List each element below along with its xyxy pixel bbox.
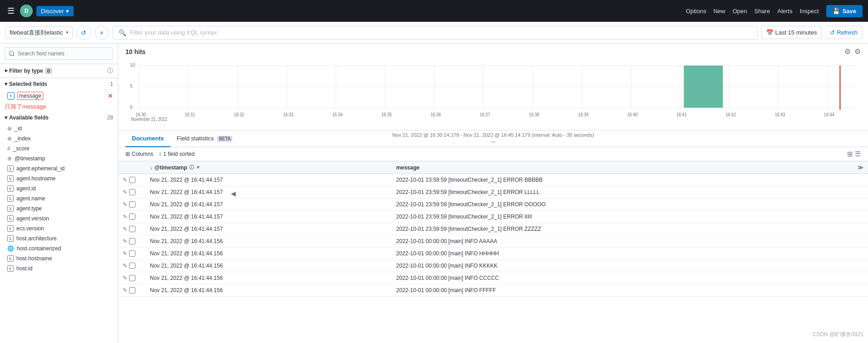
inspect-link[interactable]: Inspect (800, 8, 819, 15)
list-item[interactable]: k agent.type + (0, 204, 118, 214)
field-item-left: k host.hostname (7, 255, 52, 262)
hits-bar: 10 hits ⚙ ⚙ (118, 44, 868, 58)
svg-text:16:40: 16:40 (627, 112, 638, 117)
alerts-link[interactable]: Alerts (777, 8, 792, 15)
save-button[interactable]: 💾 Save (826, 5, 863, 17)
share-link[interactable]: Share (754, 8, 770, 15)
col-header-message: message ≫ (392, 161, 868, 174)
field-type-icon: k (7, 225, 14, 232)
row-controls-cell: ✎ (118, 260, 145, 272)
col-header-timestamp[interactable]: ↓ @timestamp ⓘ ▾ (145, 161, 392, 174)
options-link[interactable]: Options (686, 8, 706, 15)
timestamp-cell: Nov 21, 2022 @ 16:41:44.157 (145, 211, 392, 223)
selected-fields-text: Selected fields (9, 81, 47, 87)
list-item[interactable]: k agent.name + (0, 194, 118, 204)
row-controls-cell: ✎ (118, 248, 145, 260)
field-item-left: k host.id (7, 265, 32, 272)
expand-row-icon[interactable]: ✎ (123, 201, 127, 208)
settings-icon[interactable]: ⚙ (844, 47, 851, 56)
data-table: ↓ @timestamp ⓘ ▾ message ≫ (118, 161, 868, 297)
row-checkbox[interactable] (129, 214, 135, 220)
list-item[interactable]: 🌐 host.containerized + (0, 244, 118, 254)
selected-fields-label-group: ▾ Selected fields (5, 81, 47, 87)
row-checkbox[interactable] (129, 226, 135, 232)
list-item[interactable]: k agent.id + (0, 184, 118, 194)
row-controls: ✎ (123, 238, 141, 244)
row-checkbox[interactable] (129, 177, 135, 183)
svg-text:16:32: 16:32 (234, 112, 244, 117)
list-item[interactable]: # _score + (0, 144, 118, 154)
field-item-left: ⊕ _index (7, 135, 30, 142)
expand-row-icon[interactable]: ✎ (123, 177, 127, 183)
selected-field-message[interactable]: t message ✕ (0, 90, 118, 102)
columns-button[interactable]: ⊞ Columns (125, 151, 153, 157)
sort-button[interactable]: ↕ 1 field sorted (159, 151, 195, 157)
row-checkbox[interactable] (129, 287, 135, 293)
row-checkbox[interactable] (129, 275, 135, 281)
available-fields-header[interactable]: ▾ Available fields 28 (0, 112, 118, 124)
table-row: ✎ Nov 21, 2022 @ 16:41:44.156 2022-10-01… (118, 260, 868, 272)
col-expand-icon[interactable]: ≫ (858, 164, 863, 171)
field-type-icon: k (7, 185, 14, 192)
expand-row-icon[interactable]: ✎ (123, 287, 127, 293)
list-item[interactable]: k agent.version + (0, 214, 118, 224)
list-view-icon[interactable]: ☰ (855, 150, 861, 158)
refresh-spin-icon: ↺ (830, 29, 835, 36)
list-item[interactable]: k agent.ephemeral_id + (0, 164, 118, 174)
discover-button[interactable]: Discover ▾ (36, 6, 74, 16)
table-controls-left: ⊞ Columns ↕ 1 field sorted (125, 151, 195, 157)
grid-view-icon[interactable]: ⊞ (847, 150, 853, 158)
row-checkbox[interactable] (129, 263, 135, 269)
row-checkbox[interactable] (129, 189, 135, 195)
row-controls-cell: ✎ (118, 199, 145, 211)
refresh-icon-button[interactable]: ↺ (76, 25, 91, 40)
gear-icon[interactable]: ⚙ (854, 47, 861, 56)
list-item[interactable]: ⊕ _index + (0, 134, 118, 144)
expand-row-icon[interactable]: ✎ (123, 263, 127, 269)
sort-icon: ↕ (159, 151, 161, 157)
chart-expand-handle[interactable]: — (125, 139, 861, 144)
svg-text:0: 0 (130, 104, 133, 110)
kql-search-bar[interactable]: 🔍 Filter your data using KQL syntax (113, 26, 758, 40)
refresh-button[interactable]: ↺ Refresh (825, 26, 863, 39)
field-type-badge-t: t (7, 92, 15, 99)
remove-field-icon[interactable]: ✕ (108, 92, 113, 99)
timestamp-cell: Nov 21, 2022 @ 16:41:44.157 (145, 186, 392, 199)
row-checkbox[interactable] (129, 238, 135, 244)
expand-row-icon[interactable]: ✎ (123, 226, 127, 232)
message-cell: 2022-10-01 00:00:00 [main] INFO HHHHH (392, 248, 868, 260)
filter-info-icon[interactable]: ⓘ (107, 67, 113, 75)
sidebar-collapse-handle[interactable]: ◀ (231, 190, 236, 197)
list-item[interactable]: k ecs.version + (0, 224, 118, 234)
list-item[interactable]: k host.architecture + (0, 234, 118, 244)
add-filter-button[interactable]: + (95, 25, 109, 40)
field-name: host.id (16, 265, 32, 272)
field-item-left: k agent.name (7, 195, 45, 202)
expand-row-icon[interactable]: ✎ (123, 250, 127, 257)
field-name: agent.type (16, 205, 42, 212)
filter-by-type-row[interactable]: ▾ Filter by type 0 ⓘ (0, 64, 118, 78)
expand-row-icon[interactable]: ✎ (123, 189, 127, 195)
ts-info-icon: ⓘ (189, 164, 194, 171)
search-field-names-input[interactable] (5, 47, 113, 60)
time-range-button[interactable]: 📅 Last 15 minutes (761, 26, 822, 39)
new-link[interactable]: New (713, 8, 725, 15)
ts-chevron-icon[interactable]: ▾ (197, 164, 200, 170)
list-item[interactable]: k agent.hostname + (0, 174, 118, 184)
time-range-label: Last 15 minutes (775, 29, 817, 36)
list-item[interactable]: ⊕ _id + (0, 124, 118, 134)
index-selector[interactable]: filebeat直接到elastic ▾ (5, 26, 73, 39)
expand-row-icon[interactable]: ✎ (123, 214, 127, 220)
list-item[interactable]: k host.id + (0, 263, 118, 273)
list-item[interactable]: ⊕ @timestamp + (0, 154, 118, 164)
row-controls: ✎ (123, 177, 141, 183)
hamburger-menu-icon[interactable]: ☰ (5, 4, 16, 18)
selected-fields-header[interactable]: ▾ Selected fields 1 (0, 78, 118, 90)
refresh-label: Refresh (837, 29, 858, 36)
open-link[interactable]: Open (733, 8, 747, 15)
list-item[interactable]: k host.hostname + (0, 254, 118, 263)
expand-row-icon[interactable]: ✎ (123, 275, 127, 281)
expand-row-icon[interactable]: ✎ (123, 238, 127, 244)
row-checkbox[interactable] (129, 201, 135, 208)
row-checkbox[interactable] (129, 250, 135, 257)
